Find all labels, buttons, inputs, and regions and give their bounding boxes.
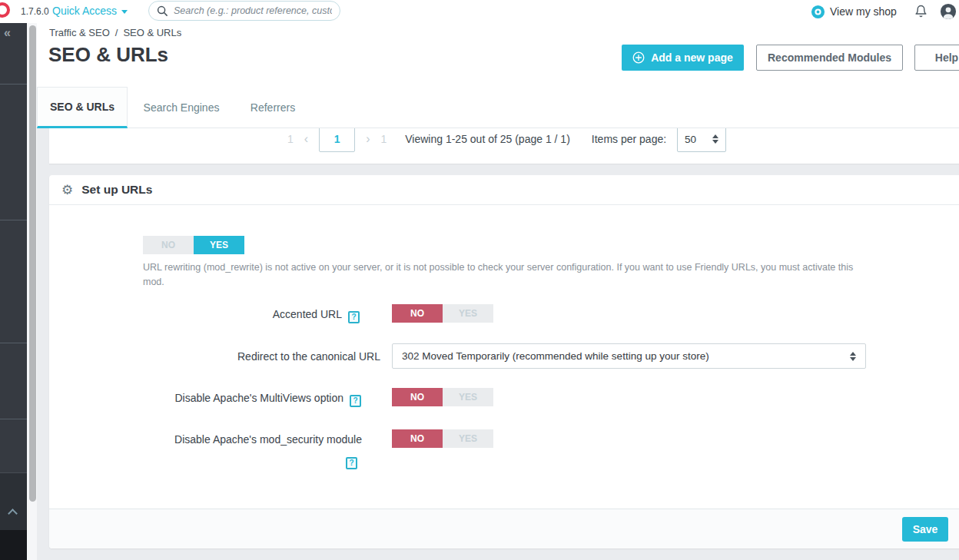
user-avatar[interactable]: [940, 3, 957, 23]
sidebar-divider: [0, 220, 27, 220]
multiviews-help-icon[interactable]: ?: [350, 395, 361, 407]
sidebar-footer: [0, 530, 27, 560]
sidebar-collapse-icon[interactable]: «: [4, 26, 9, 40]
pagination-status: Viewing 1-25 out of 25 (page 1 / 1): [405, 133, 570, 145]
tab-search-engines-label: Search Engines: [144, 101, 220, 114]
pagination-page-input[interactable]: [319, 128, 355, 152]
breadcrumb-parent[interactable]: Traffic & SEO: [49, 27, 110, 38]
items-per-page-value: 50: [685, 134, 696, 145]
save-button[interactable]: Save: [902, 517, 948, 542]
pagination-last[interactable]: 1: [380, 133, 387, 145]
sidebar-scroll-up[interactable]: [0, 472, 27, 530]
add-new-page-button[interactable]: Add a new page: [622, 45, 744, 71]
chevron-down-icon: [121, 10, 128, 14]
sidebar-collapsed: «: [0, 23, 27, 560]
prestashop-logo-icon: [0, 2, 10, 18]
select-arrows-icon: [850, 352, 856, 361]
vertical-scrollbar[interactable]: [29, 25, 36, 502]
search-icon: [157, 5, 168, 17]
tab-bar: SEO & URLs Search Engines Referrers: [37, 87, 959, 128]
plus-circle-icon: [632, 51, 645, 64]
tab-seo-urls[interactable]: SEO & URLs: [37, 87, 128, 128]
breadcrumb-separator: /: [115, 27, 118, 38]
tab-referrers[interactable]: Referrers: [235, 87, 310, 128]
chevron-up-icon: [8, 509, 18, 519]
breadcrumb: Traffic & SEO / SEO & URLs: [49, 27, 181, 38]
recommended-modules-label: Recommended Modules: [768, 51, 891, 64]
notifications-bell-icon[interactable]: [914, 4, 927, 22]
pagination-panel: 1 ‹ › 1 Viewing 1-25 out of 25 (page 1 /…: [49, 128, 959, 164]
accented-url-yes[interactable]: YES: [443, 304, 493, 323]
add-new-page-label: Add a new page: [651, 51, 733, 64]
setup-urls-form: NO YES URL rewriting (mod_rewrite) is no…: [49, 205, 959, 509]
eye-icon: [811, 5, 825, 22]
breadcrumb-current: SEO & URLs: [123, 27, 181, 38]
setup-urls-footer: Save: [49, 509, 959, 548]
items-per-page-label: Items per page:: [592, 133, 666, 145]
items-per-page-select[interactable]: 50: [677, 128, 726, 152]
accented-url-help-icon[interactable]: ?: [348, 311, 360, 323]
canonical-redirect-select[interactable]: 302 Moved Temporarily (recommended while…: [392, 343, 866, 369]
multiviews-no[interactable]: NO: [392, 388, 443, 406]
page-title: SEO & URLs: [48, 43, 168, 67]
modsecurity-help-icon[interactable]: ?: [346, 457, 357, 469]
multiviews-toggle: NO YES: [392, 388, 493, 406]
friendly-url-no[interactable]: NO: [143, 236, 194, 254]
sidebar-divider: [0, 343, 27, 343]
friendly-url-yes[interactable]: YES: [194, 236, 244, 254]
top-bar: 1.7.6.0 Quick Access View my shop: [0, 0, 959, 23]
quick-access-label: Quick Access: [52, 5, 117, 17]
canonical-redirect-value: 302 Moved Temporarily (recommended while…: [402, 350, 709, 362]
page-header: Traffic & SEO / SEO & URLs SEO & URLs Ad…: [37, 23, 959, 87]
select-arrows-icon: [712, 134, 718, 144]
multiviews-yes[interactable]: YES: [443, 388, 493, 406]
setup-urls-panel: ⚙ Set up URLs NO YES URL rewriting (mod_…: [49, 175, 959, 548]
pagination-prev-icon[interactable]: ‹: [304, 132, 308, 146]
tab-search-engines[interactable]: Search Engines: [128, 87, 235, 128]
modsecurity-toggle: NO YES: [392, 429, 493, 448]
gear-icon: ⚙: [61, 184, 73, 197]
accented-url-toggle: NO YES: [392, 304, 493, 323]
help-label: Help: [935, 51, 958, 64]
tab-referrers-label: Referrers: [251, 101, 295, 114]
friendly-url-help-text: URL rewriting (mod_rewrite) is not activ…: [143, 260, 867, 290]
modsecurity-no[interactable]: NO: [392, 429, 443, 448]
setup-urls-title: Set up URLs: [81, 183, 152, 197]
view-my-shop-link[interactable]: View my shop: [830, 5, 897, 18]
recommended-modules-button[interactable]: Recommended Modules: [756, 45, 903, 71]
pagination-row: 1 ‹ › 1 Viewing 1-25 out of 25 (page 1 /…: [287, 128, 726, 156]
search-input[interactable]: [174, 5, 332, 16]
modsecurity-label: Disable Apache's mod_security module ?: [49, 432, 362, 469]
pagination-next-icon[interactable]: ›: [366, 132, 370, 146]
quick-access-menu[interactable]: Quick Access: [52, 5, 128, 17]
main-content: Traffic & SEO / SEO & URLs SEO & URLs Ad…: [37, 23, 959, 560]
accented-url-no[interactable]: NO: [392, 304, 443, 323]
search-bar[interactable]: [148, 1, 340, 21]
tab-seo-urls-label: SEO & URLs: [50, 101, 114, 113]
sidebar-divider: [0, 419, 27, 419]
friendly-url-toggle: NO YES: [143, 236, 244, 254]
accented-url-label: Accented URL?: [49, 307, 360, 323]
multiviews-label: Disable Apache's MultiViews option?: [49, 390, 361, 407]
setup-urls-header: ⚙ Set up URLs: [49, 175, 959, 205]
pagination-first[interactable]: 1: [287, 133, 294, 145]
canonical-redirect-label: Redirect to the canonical URL: [49, 350, 380, 363]
version-label: 1.7.6.0: [21, 6, 49, 17]
sidebar-divider: [0, 84, 27, 84]
modsecurity-yes[interactable]: YES: [443, 429, 493, 448]
help-button[interactable]: Help: [914, 45, 959, 71]
